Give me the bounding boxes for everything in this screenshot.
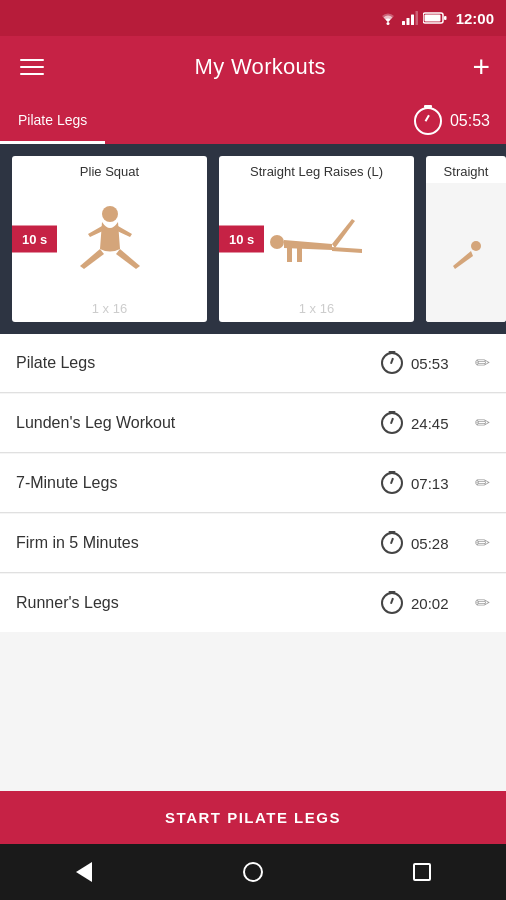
svg-rect-1 (402, 21, 405, 25)
workout-item-timer-2: 07:13 (381, 472, 459, 494)
workout-item-1[interactable]: Lunden's Leg Workout 24:45 ✏ (0, 394, 506, 453)
exercise-card-leg-raises[interactable]: Straight Leg Raises (L) 10 s (219, 156, 414, 322)
workout-item-name-4: Runner's Legs (16, 594, 381, 612)
exercise-image-leg-raises: 10 s (219, 183, 414, 295)
workout-item-name-1: Lunden's Leg Workout (16, 414, 381, 432)
square-icon (413, 863, 431, 881)
start-button[interactable]: START PILATE LEGS (0, 791, 506, 844)
workout-tabs: Pilate Legs 05:53 (0, 98, 506, 144)
workout-item-name-2: 7-Minute Legs (16, 474, 381, 492)
stopwatch-icon-2 (381, 472, 403, 494)
edit-icon-1[interactable]: ✏ (475, 412, 490, 434)
status-time: 12:00 (456, 10, 494, 27)
workout-list: Pilate Legs 05:53 ✏ Lunden's Leg Workout… (0, 334, 506, 791)
exercise-partial-image (426, 183, 506, 322)
edit-icon-3[interactable]: ✏ (475, 532, 490, 554)
workout-item-0[interactable]: Pilate Legs 05:53 ✏ (0, 334, 506, 393)
exercise-name-partial: Straight (426, 156, 506, 183)
hamburger-line-1 (20, 59, 44, 61)
svg-point-9 (270, 235, 284, 249)
workout-item-time-1: 24:45 (411, 415, 459, 432)
edit-icon-2[interactable]: ✏ (475, 472, 490, 494)
workout-item-timer-0: 05:53 (381, 352, 459, 374)
exercise-name-plie-squat: Plie Squat (12, 156, 207, 183)
status-bar: 12:00 (0, 0, 506, 36)
svg-rect-3 (411, 15, 414, 26)
menu-button[interactable] (16, 55, 48, 79)
svg-rect-6 (424, 15, 440, 22)
workout-item-time-4: 20:02 (411, 595, 459, 612)
workout-item-timer-3: 05:28 (381, 532, 459, 554)
svg-point-8 (102, 206, 118, 222)
hamburger-line-2 (20, 66, 44, 68)
exercise-card-plie-squat[interactable]: Plie Squat 10 s 1 x 16 (12, 156, 207, 322)
page-title: My Workouts (195, 54, 326, 80)
exercise-reps-leg-raises: 1 x 16 (219, 295, 414, 322)
svg-rect-4 (415, 11, 418, 25)
signal-icon (402, 11, 418, 25)
svg-point-10 (471, 241, 481, 251)
home-circle-icon (243, 862, 263, 882)
workout-item-name-3: Firm in 5 Minutes (16, 534, 381, 552)
workout-item-time-0: 05:53 (411, 355, 459, 372)
workout-item-timer-1: 24:45 (381, 412, 459, 434)
recents-button[interactable] (392, 844, 452, 900)
exercise-reps-plie-squat: 1 x 16 (12, 295, 207, 322)
plie-squat-figure (70, 204, 150, 274)
status-icons: 12:00 (379, 10, 494, 27)
workout-item-2[interactable]: 7-Minute Legs 07:13 ✏ (0, 454, 506, 513)
stopwatch-icon-1 (381, 412, 403, 434)
workout-item-timer-4: 20:02 (381, 592, 459, 614)
edit-icon-4[interactable]: ✏ (475, 592, 490, 614)
back-triangle-icon (76, 862, 92, 882)
exercise-duration-leg-raises: 10 s (219, 226, 264, 253)
tab-timer: 05:53 (414, 107, 506, 135)
wifi-icon (379, 11, 397, 25)
exercise-card-partial[interactable]: Straight (426, 156, 506, 322)
home-button[interactable] (223, 844, 283, 900)
stopwatch-icon-4 (381, 592, 403, 614)
tab-pilate-legs[interactable]: Pilate Legs (0, 98, 105, 144)
svg-point-0 (386, 22, 389, 25)
battery-icon (423, 12, 447, 24)
workout-item-time-3: 05:28 (411, 535, 459, 552)
stopwatch-icon-3 (381, 532, 403, 554)
stopwatch-icon-0 (381, 352, 403, 374)
leg-raises-figure (267, 204, 367, 274)
svg-rect-2 (406, 18, 409, 25)
main-container: My Workouts + Pilate Legs 05:53 Plie Squ… (0, 36, 506, 900)
exercise-name-leg-raises: Straight Leg Raises (L) (219, 156, 414, 183)
back-button[interactable] (54, 844, 114, 900)
workout-item-time-2: 07:13 (411, 475, 459, 492)
add-button[interactable]: + (472, 52, 490, 82)
exercises-carousel: Plie Squat 10 s 1 x 16 (0, 144, 506, 334)
top-bar: My Workouts + (0, 36, 506, 98)
exercise-duration-plie-squat: 10 s (12, 226, 57, 253)
workout-item-name-0: Pilate Legs (16, 354, 381, 372)
edit-icon-0[interactable]: ✏ (475, 352, 490, 374)
workout-item-4[interactable]: Runner's Legs 20:02 ✏ (0, 574, 506, 632)
list-area: Pilate Legs 05:53 ✏ Lunden's Leg Workout… (0, 334, 506, 844)
exercise-image-plie-squat: 10 s (12, 183, 207, 295)
svg-rect-7 (444, 16, 447, 20)
timer-icon (414, 107, 442, 135)
partial-figure (441, 228, 491, 278)
hamburger-line-3 (20, 73, 44, 75)
bottom-nav (0, 844, 506, 900)
workout-item-3[interactable]: Firm in 5 Minutes 05:28 ✏ (0, 514, 506, 573)
tab-timer-display: 05:53 (450, 112, 490, 130)
